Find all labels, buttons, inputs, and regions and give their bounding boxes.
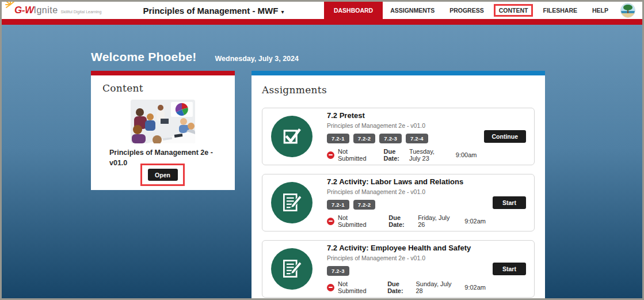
nav-help[interactable]: HELP <box>585 2 616 19</box>
not-submitted-icon <box>327 218 334 225</box>
status-text: Not Submitted <box>338 214 374 228</box>
checkmark-icon <box>271 116 313 157</box>
status-text: Not Submitted <box>338 148 369 162</box>
nav-fileshare[interactable]: FILESHARE <box>535 2 585 19</box>
course-thumbnail-image[interactable] <box>131 100 195 143</box>
course-selector[interactable]: Principles of Management - MWF ▾ <box>143 6 284 16</box>
standards-badges: 7.2-3 <box>327 266 486 276</box>
top-header: G-W Ignite Skillful Digital Learning Pri… <box>2 2 642 19</box>
assignment-course: Principles of Management 2e - v01.0 <box>327 122 477 129</box>
assignment-pencil-icon <box>271 182 313 223</box>
status-row: Not Submitted Due Date: Sunday, July 28 … <box>327 280 486 294</box>
assignment-row-health-safety: 7.2 Activity: Employee Health and Safety… <box>262 240 535 298</box>
assignment-course: Principles of Management 2e - v01.0 <box>327 255 486 261</box>
logo-tagline: Skillful Digital Learning <box>61 10 102 14</box>
status-text: Not Submitted <box>338 280 372 294</box>
sunburst-icon <box>5 0 16 12</box>
due-date-value: Friday, July 26 <box>418 214 454 228</box>
standards-badges: 7.2-1 7.2-2 <box>327 200 486 210</box>
due-time-value: 9:00am <box>456 151 477 158</box>
due-time-value: 9:02am <box>464 218 486 225</box>
welcome-greeting: Welcome Phoebe! <box>91 50 197 64</box>
due-time-value: 9:02am <box>464 284 486 291</box>
nav-progress[interactable]: PROGRESS <box>442 2 491 19</box>
standard-badge: 7.2-2 <box>353 134 376 143</box>
assignments-card-heading: Assignments <box>262 84 535 96</box>
standard-badge: 7.2-4 <box>406 134 428 143</box>
gw-ignite-logo[interactable]: G-W Ignite Skillful Digital Learning <box>6 5 101 16</box>
current-date: Wednesday, July 3, 2024 <box>215 55 299 63</box>
due-date-label: Due Date: <box>388 214 415 228</box>
main-nav: DASHBOARD ASSIGNMENTS PROGRESS CONTENT F… <box>324 2 642 19</box>
assignments-card: Assignments 7.2 Pretest Principles of Ma… <box>251 71 545 298</box>
start-button[interactable]: Start <box>493 196 526 209</box>
standard-badge: 7.2-1 <box>327 200 349 210</box>
assignment-title: 7.2 Activity: Labor Laws and Relations <box>327 177 486 186</box>
not-submitted-icon <box>327 284 334 291</box>
assignment-row-labor-laws: 7.2 Activity: Labor Laws and Relations P… <box>262 174 535 231</box>
open-course-button[interactable]: Open <box>148 169 178 181</box>
logo-gw-text: G-W <box>14 5 33 16</box>
not-submitted-icon <box>327 151 334 159</box>
course-title: Principles of Management - MWF <box>143 6 278 16</box>
due-date-value: Sunday, July 28 <box>416 280 454 294</box>
nav-dashboard[interactable]: DASHBOARD <box>324 2 383 19</box>
assignment-course: Principles of Management 2e - v01.0 <box>327 188 486 195</box>
standards-badges: 7.2-1 7.2-2 7.2-3 7.2-4 <box>327 134 477 143</box>
nav-content[interactable]: CONTENT <box>494 4 534 17</box>
assignment-pencil-icon <box>271 248 313 290</box>
assignment-title: 7.2 Activity: Employee Health and Safety <box>327 244 486 252</box>
status-row: Not Submitted Due Date: Friday, July 26 … <box>327 214 486 228</box>
app-window: G-W Ignite Skillful Digital Learning Pri… <box>0 0 644 300</box>
assignment-title: 7.2 Pretest <box>327 111 477 120</box>
annotation-box-open: Open <box>140 164 185 186</box>
status-row: Not Submitted Due Date: Tuesday, July 23… <box>327 148 477 162</box>
user-avatar[interactable] <box>620 3 635 18</box>
standard-badge: 7.2-1 <box>327 134 349 143</box>
content-card-accent <box>91 71 235 75</box>
standard-badge: 7.2-3 <box>379 134 402 143</box>
chevron-down-icon: ▾ <box>281 9 284 15</box>
continue-button[interactable]: Continue <box>484 130 527 143</box>
welcome-banner: Welcome Phoebe! Wednesday, July 3, 2024 <box>91 50 299 64</box>
due-date-value: Tuesday, July 23 <box>409 148 445 162</box>
content-card: Content <box>91 71 235 190</box>
due-date-label: Due Date: <box>387 280 413 294</box>
logo-ignite-text: Ignite <box>33 5 58 16</box>
standard-badge: 7.2-3 <box>327 266 349 276</box>
due-date-label: Due Date: <box>384 148 406 162</box>
nav-assignments[interactable]: ASSIGNMENTS <box>383 2 442 19</box>
dashboard-main: Welcome Phoebe! Wednesday, July 3, 2024 … <box>2 25 642 298</box>
assignment-row-pretest: 7.2 Pretest Principles of Management 2e … <box>262 108 535 165</box>
start-button[interactable]: Start <box>493 263 526 275</box>
content-card-heading: Content <box>102 82 235 94</box>
assignments-card-accent <box>251 71 545 75</box>
standard-badge: 7.2-2 <box>353 200 376 210</box>
header-accent-bar <box>2 19 642 25</box>
